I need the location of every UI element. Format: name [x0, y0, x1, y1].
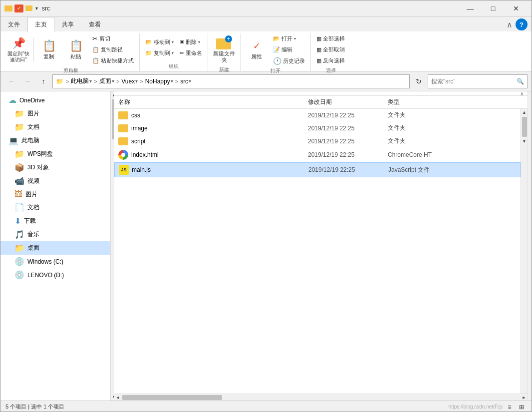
select-buttons: ▦ 全部选择 ▦ 全部取消 ▦ 反向选择 [314, 33, 347, 66]
css-folder-icon [118, 111, 128, 119]
collapse-arrow-icon[interactable]: ∧ [520, 91, 524, 96]
sidebar-item-onedrive[interactable]: ☁ OneDrive [0, 93, 110, 107]
tab-home[interactable]: 主页 [27, 17, 54, 32]
sidebar-item-desktop[interactable]: 📁 桌面 [0, 241, 110, 255]
mainjs-name: main.js [132, 166, 308, 173]
invert-select-button[interactable]: ▦ 反向选择 [314, 55, 347, 66]
address-path[interactable]: 📁 > 此电脑 ▾ > 桌面 ▾ > Vuex ▾ > NoHappy ▾ > … [52, 74, 410, 88]
help-button[interactable]: ? [516, 18, 528, 30]
title-bar-icons: ✓ ▾ [4, 4, 38, 12]
file-scroll-down[interactable]: ▼ [521, 138, 528, 145]
open-label: 打开 [281, 35, 292, 42]
tab-share[interactable]: 共享 [54, 17, 81, 32]
path-icon: 📁 [56, 78, 63, 85]
file-row-mainjs[interactable]: JS main.js 2019/12/19 22:25 JavaScript 文… [114, 162, 521, 177]
paste-group[interactable]: 📋 粘贴 [63, 36, 89, 64]
search-input[interactable] [428, 78, 513, 85]
sidebar-item-windowsc[interactable]: 💿 Windows (C:) [0, 255, 110, 268]
edit-button[interactable]: 📝 编辑 [270, 44, 307, 55]
file-list-collapse-bar[interactable]: ∧ [114, 91, 528, 96]
sidebar-item-lenovod[interactable]: 💿 LENOVO (D:) [0, 268, 110, 282]
cut-button[interactable]: ✂ 剪切 [90, 33, 136, 44]
sidebar-scroll-down[interactable]: ▼ [111, 394, 115, 401]
file-scroll-thumb[interactable] [522, 117, 527, 137]
sidebar-item-documents2[interactable]: 📄 文档 [0, 201, 110, 214]
path-nohappy[interactable]: NoHappy ▾ [144, 77, 175, 86]
sidebar-label-pictures2: 图片 [25, 190, 37, 199]
select-none-button[interactable]: ▦ 全部取消 [314, 44, 347, 55]
forward-button[interactable]: → [20, 74, 34, 88]
view-details-btn[interactable]: ≡ [505, 402, 515, 412]
separator [33, 38, 34, 62]
file-row-css[interactable]: css 2019/12/19 22:25 文件夹 [114, 109, 521, 122]
sidebar-item-videos[interactable]: 📹 视频 [0, 174, 110, 188]
move-to-button[interactable]: 📂 移动到 ▾ [143, 37, 176, 47]
back-button[interactable]: ← [4, 74, 18, 88]
organize-group-label: 组织 [143, 62, 205, 70]
move-to-icon: 📂 [145, 39, 152, 45]
tab-view[interactable]: 查看 [81, 17, 108, 32]
col-header-name[interactable]: 名称 [118, 98, 308, 106]
path-src[interactable]: src ▾ [179, 77, 193, 86]
minimize-button[interactable]: — [459, 0, 482, 16]
paste-shortcut-button[interactable]: 📋 粘贴快捷方式 [90, 55, 136, 66]
3dobjects-icon: 📦 [14, 163, 24, 172]
file-row-indexhtml[interactable]: index.html 2019/12/19 22:25 ChromeCore H… [114, 148, 521, 162]
path-thispc[interactable]: 此电脑 ▾ [69, 76, 93, 86]
sidebar-item-downloads[interactable]: ⬇ 下载 [0, 214, 110, 228]
file-row-script[interactable]: script 2019/12/19 22:25 文件夹 [114, 135, 521, 148]
file-scroll-up[interactable]: ▲ [521, 109, 528, 116]
open-button[interactable]: 📂 打开 ▾ [270, 33, 307, 44]
history-icon: 🕐 [273, 57, 281, 65]
search-icon[interactable]: 🔍 [513, 74, 527, 88]
copy-to-button[interactable]: 📁 复制到 ▾ [143, 48, 176, 58]
copy-path-button[interactable]: 📋 复制路径 [90, 44, 136, 55]
pin-button[interactable]: 📌 固定到"快速访问" [5, 35, 31, 65]
copy-button[interactable]: 📋 复制 [36, 36, 62, 64]
tab-file[interactable]: 文件 [0, 17, 27, 32]
sidebar-item-pictures2[interactable]: 🖼 图片 [0, 188, 110, 201]
sidebar-scroll-thumb[interactable] [112, 99, 115, 139]
ribbon-collapse-btn[interactable]: ∧ [507, 20, 513, 29]
file-row-image[interactable]: image 2019/12/19 22:25 文件夹 [114, 122, 521, 135]
file-list-inner: css 2019/12/19 22:25 文件夹 image 2019/12/1… [114, 109, 528, 394]
organize-content: 📂 移动到 ▾ 📁 复制到 ▾ ✖ 删除 ▾ ✏ 重命名 [143, 33, 205, 62]
address-bar: ← → ↑ 📁 > 此电脑 ▾ > 桌面 ▾ > Vuex ▾ > NoHapp… [0, 71, 532, 91]
col-header-type[interactable]: 类型 [388, 98, 524, 106]
select-all-button[interactable]: ▦ 全部选择 [314, 33, 347, 44]
sidebar-item-thispc[interactable]: 💻 此电脑 [0, 134, 110, 147]
rename-button[interactable]: ✏ 重命名 [177, 48, 205, 58]
hscroll-left[interactable]: ◄ [114, 394, 121, 401]
path-vuex[interactable]: Vuex ▾ [120, 77, 139, 86]
window-title: src [42, 5, 50, 12]
path-desktop[interactable]: 桌面 ▾ [98, 76, 116, 86]
properties-button[interactable]: ✓ 属性 [244, 36, 269, 64]
delete-icon: ✖ [180, 39, 184, 45]
select-all-label: 全部选择 [323, 35, 345, 42]
sidebar-item-3dobjects[interactable]: 📦 3D 对象 [0, 161, 110, 174]
delete-label: 删除 [186, 38, 197, 46]
updir-button[interactable]: ↑ [36, 74, 50, 88]
sidebar-item-wps[interactable]: 📁 WPS网盘 [0, 147, 110, 161]
hscroll-right[interactable]: ► [521, 394, 528, 401]
delete-button[interactable]: ✖ 删除 ▾ [177, 37, 205, 47]
maximize-button[interactable]: □ [482, 0, 505, 16]
sidebar-label-videos: 视频 [27, 177, 39, 185]
new-folder-button[interactable]: + 新建文件夹 [211, 33, 237, 65]
edit-label: 编辑 [281, 46, 292, 53]
refresh-button[interactable]: ↻ [412, 74, 426, 88]
hscroll-thumb[interactable] [122, 395, 222, 400]
sidebar-scroll-up[interactable]: ▲ [111, 91, 115, 98]
sidebar-item-documents[interactable]: 📁 文档 [0, 120, 110, 134]
title-dropdown-arrow[interactable]: ▾ [35, 5, 38, 11]
music-icon: 🎵 [14, 230, 24, 239]
onedrive-icon: ☁ [8, 95, 16, 105]
history-button[interactable]: 🕐 历史记录 [270, 55, 307, 66]
sidebar-item-music[interactable]: 🎵 音乐 [0, 228, 110, 241]
small-folder-icon [25, 5, 32, 11]
sidebar-item-pictures[interactable]: 📁 图片 [0, 107, 110, 120]
close-button[interactable]: ✕ [505, 0, 528, 16]
desktop-icon: 📁 [14, 243, 24, 253]
view-icons-btn[interactable]: ⊞ [517, 402, 527, 412]
col-header-date[interactable]: 修改日期 [308, 98, 388, 106]
